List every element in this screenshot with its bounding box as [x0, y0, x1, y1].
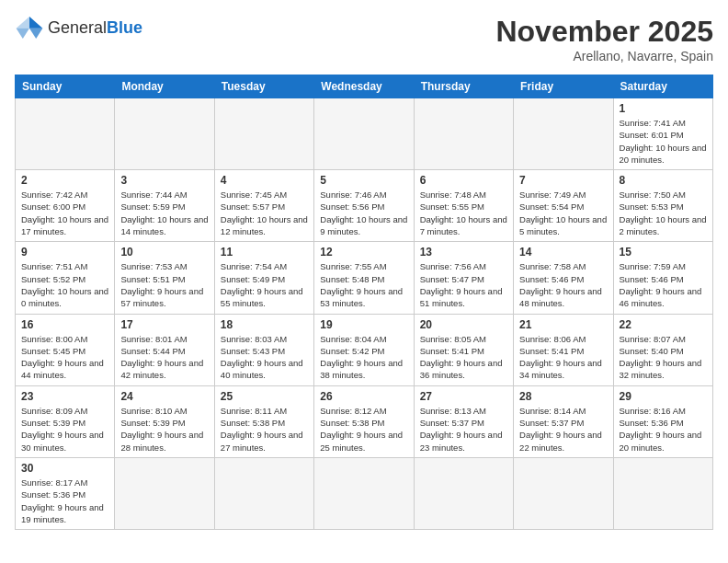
calendar-table: SundayMondayTuesdayWednesdayThursdayFrid… [15, 75, 713, 530]
calendar-week-row: 2Sunrise: 7:42 AM Sunset: 6:00 PM Daylig… [16, 170, 713, 242]
day-number: 1 [620, 102, 707, 115]
calendar-week-row: 23Sunrise: 8:09 AM Sunset: 5:39 PM Dayli… [16, 385, 713, 457]
day-number: 8 [620, 174, 707, 187]
day-info: Sunrise: 7:58 AM Sunset: 5:46 PM Dayligh… [519, 260, 607, 309]
logo-icon [15, 15, 44, 40]
day-info: Sunrise: 7:54 AM Sunset: 5:49 PM Dayligh… [221, 260, 308, 309]
day-info: Sunrise: 8:11 AM Sunset: 5:38 PM Dayligh… [221, 405, 308, 454]
calendar-cell [16, 98, 115, 170]
calendar-cell: 11Sunrise: 7:54 AM Sunset: 5:49 PM Dayli… [214, 242, 313, 314]
day-info: Sunrise: 7:56 AM Sunset: 5:47 PM Dayligh… [420, 260, 507, 309]
calendar-cell: 7Sunrise: 7:49 AM Sunset: 5:54 PM Daylig… [514, 170, 613, 242]
day-number: 7 [519, 174, 607, 187]
calendar-cell [214, 98, 313, 170]
calendar-cell: 23Sunrise: 8:09 AM Sunset: 5:39 PM Dayli… [16, 385, 115, 457]
day-number: 12 [320, 246, 407, 259]
calendar-cell: 20Sunrise: 8:05 AM Sunset: 5:41 PM Dayli… [414, 314, 513, 385]
calendar-cell: 21Sunrise: 8:06 AM Sunset: 5:41 PM Dayli… [514, 314, 613, 385]
day-number: 18 [221, 318, 308, 331]
day-info: Sunrise: 7:55 AM Sunset: 5:48 PM Dayligh… [320, 260, 407, 309]
day-number: 13 [420, 246, 507, 259]
day-number: 5 [320, 174, 407, 187]
title-block: November 2025 Arellano, Navarre, Spain [495, 15, 713, 63]
logo: GeneralBlue [15, 15, 142, 40]
location-subtitle: Arellano, Navarre, Spain [495, 49, 713, 63]
calendar-cell: 3Sunrise: 7:44 AM Sunset: 5:59 PM Daylig… [115, 170, 214, 242]
calendar-cell: 18Sunrise: 8:03 AM Sunset: 5:43 PM Dayli… [214, 314, 313, 385]
calendar-cell: 4Sunrise: 7:45 AM Sunset: 5:57 PM Daylig… [214, 170, 313, 242]
day-info: Sunrise: 7:50 AM Sunset: 5:53 PM Dayligh… [620, 189, 707, 237]
day-number: 2 [21, 174, 108, 187]
day-info: Sunrise: 8:12 AM Sunset: 5:38 PM Dayligh… [320, 405, 407, 454]
day-number: 11 [221, 246, 308, 259]
day-info: Sunrise: 8:13 AM Sunset: 5:37 PM Dayligh… [420, 405, 507, 454]
day-info: Sunrise: 8:06 AM Sunset: 5:41 PM Dayligh… [519, 333, 607, 382]
calendar-cell [414, 98, 513, 170]
weekday-header-wednesday: Wednesday [314, 75, 414, 98]
day-number: 20 [420, 318, 507, 331]
day-info: Sunrise: 8:14 AM Sunset: 5:37 PM Dayligh… [519, 405, 607, 454]
calendar-cell: 22Sunrise: 8:07 AM Sunset: 5:40 PM Dayli… [613, 314, 712, 385]
calendar-week-row: 30Sunrise: 8:17 AM Sunset: 5:36 PM Dayli… [16, 457, 713, 529]
day-info: Sunrise: 7:49 AM Sunset: 5:54 PM Dayligh… [519, 189, 607, 237]
calendar-cell: 29Sunrise: 8:16 AM Sunset: 5:36 PM Dayli… [613, 385, 712, 457]
day-info: Sunrise: 8:07 AM Sunset: 5:40 PM Dayligh… [620, 333, 707, 382]
calendar-cell [514, 457, 613, 529]
calendar-cell: 26Sunrise: 8:12 AM Sunset: 5:38 PM Dayli… [314, 385, 414, 457]
calendar-cell: 17Sunrise: 8:01 AM Sunset: 5:44 PM Dayli… [115, 314, 214, 385]
day-info: Sunrise: 7:46 AM Sunset: 5:56 PM Dayligh… [320, 189, 407, 237]
day-number: 23 [21, 390, 108, 403]
calendar-cell: 27Sunrise: 8:13 AM Sunset: 5:37 PM Dayli… [414, 385, 513, 457]
calendar-cell [514, 98, 613, 170]
day-number: 27 [420, 390, 507, 403]
month-title: November 2025 [495, 15, 713, 49]
calendar-cell: 6Sunrise: 7:48 AM Sunset: 5:55 PM Daylig… [414, 170, 513, 242]
day-info: Sunrise: 7:41 AM Sunset: 6:01 PM Dayligh… [620, 117, 707, 166]
day-number: 14 [519, 246, 607, 259]
day-info: Sunrise: 8:03 AM Sunset: 5:43 PM Dayligh… [221, 333, 308, 382]
day-number: 22 [620, 318, 707, 331]
calendar-cell: 16Sunrise: 8:00 AM Sunset: 5:45 PM Dayli… [16, 314, 115, 385]
svg-marker-3 [17, 17, 29, 29]
calendar-cell: 28Sunrise: 8:14 AM Sunset: 5:37 PM Dayli… [514, 385, 613, 457]
weekday-header-row: SundayMondayTuesdayWednesdayThursdayFrid… [16, 75, 713, 98]
calendar-cell [613, 457, 712, 529]
day-info: Sunrise: 8:01 AM Sunset: 5:44 PM Dayligh… [120, 333, 208, 382]
calendar-cell [214, 457, 313, 529]
day-info: Sunrise: 8:00 AM Sunset: 5:45 PM Dayligh… [21, 333, 108, 382]
weekday-header-thursday: Thursday [414, 75, 513, 98]
day-info: Sunrise: 8:10 AM Sunset: 5:39 PM Dayligh… [120, 405, 208, 454]
day-info: Sunrise: 7:51 AM Sunset: 5:52 PM Dayligh… [21, 260, 108, 309]
day-number: 3 [120, 174, 208, 187]
weekday-header-friday: Friday [514, 75, 613, 98]
weekday-header-sunday: Sunday [16, 75, 115, 98]
calendar-cell: 24Sunrise: 8:10 AM Sunset: 5:39 PM Dayli… [115, 385, 214, 457]
calendar-cell: 2Sunrise: 7:42 AM Sunset: 6:00 PM Daylig… [16, 170, 115, 242]
calendar-cell: 12Sunrise: 7:55 AM Sunset: 5:48 PM Dayli… [314, 242, 414, 314]
day-number: 16 [21, 318, 108, 331]
calendar-cell: 15Sunrise: 7:59 AM Sunset: 5:46 PM Dayli… [613, 242, 712, 314]
weekday-header-saturday: Saturday [613, 75, 712, 98]
day-info: Sunrise: 7:42 AM Sunset: 6:00 PM Dayligh… [21, 189, 108, 237]
day-info: Sunrise: 8:05 AM Sunset: 5:41 PM Dayligh… [420, 333, 507, 382]
calendar-cell: 9Sunrise: 7:51 AM Sunset: 5:52 PM Daylig… [16, 242, 115, 314]
day-number: 30 [21, 462, 108, 475]
calendar-cell [314, 98, 414, 170]
day-number: 15 [620, 246, 707, 259]
day-number: 25 [221, 390, 308, 403]
day-number: 9 [21, 246, 108, 259]
calendar-cell: 5Sunrise: 7:46 AM Sunset: 5:56 PM Daylig… [314, 170, 414, 242]
day-number: 28 [519, 390, 607, 403]
calendar-week-row: 1Sunrise: 7:41 AM Sunset: 6:01 PM Daylig… [16, 98, 713, 170]
svg-marker-0 [29, 17, 42, 29]
calendar-cell [115, 457, 214, 529]
day-number: 4 [221, 174, 308, 187]
calendar-cell: 14Sunrise: 7:58 AM Sunset: 5:46 PM Dayli… [514, 242, 613, 314]
calendar-cell: 30Sunrise: 8:17 AM Sunset: 5:36 PM Dayli… [16, 457, 115, 529]
svg-marker-2 [17, 29, 29, 39]
weekday-header-monday: Monday [115, 75, 214, 98]
calendar-cell: 25Sunrise: 8:11 AM Sunset: 5:38 PM Dayli… [214, 385, 313, 457]
calendar-cell: 19Sunrise: 8:04 AM Sunset: 5:42 PM Dayli… [314, 314, 414, 385]
calendar-cell [414, 457, 513, 529]
calendar-week-row: 16Sunrise: 8:00 AM Sunset: 5:45 PM Dayli… [16, 314, 713, 385]
